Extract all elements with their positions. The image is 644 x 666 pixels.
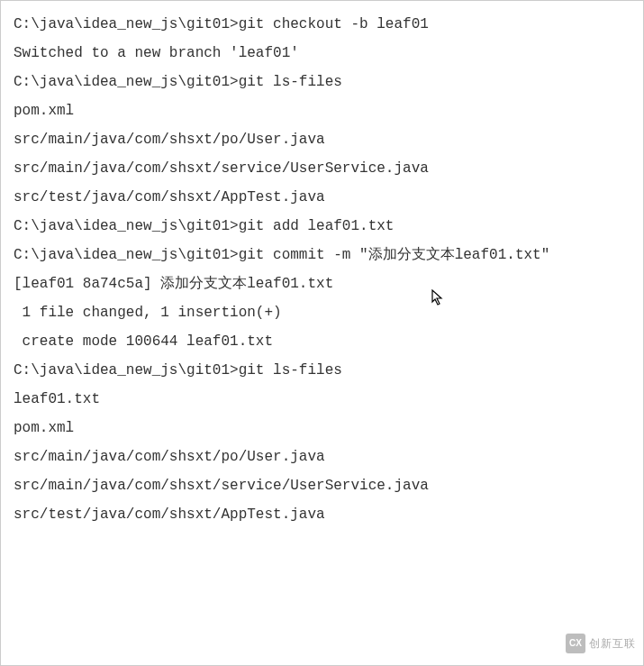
watermark: CX 创新互联 xyxy=(566,629,636,658)
terminal-line: src/main/java/com/shsxt/po/User.java xyxy=(14,125,630,154)
terminal-line: src/main/java/com/shsxt/service/UserServ… xyxy=(14,154,630,183)
terminal-line: 1 file changed, 1 insertion(+) xyxy=(14,298,630,327)
terminal-line: src/main/java/com/shsxt/service/UserServ… xyxy=(14,471,630,500)
terminal-line: C:\java\idea_new_js\git01>git commit -m … xyxy=(14,241,630,269)
terminal-line: pom.xml xyxy=(14,96,630,125)
terminal-line: pom.xml xyxy=(14,414,630,442)
terminal-line: C:\java\idea_new_js\git01>git ls-files xyxy=(14,68,630,96)
terminal-line: src/main/java/com/shsxt/po/User.java xyxy=(14,442,630,471)
terminal-line: src/test/java/com/shsxt/AppTest.java xyxy=(14,500,630,529)
terminal-line: leaf01.txt xyxy=(14,385,630,414)
terminal-line: Switched to a new branch 'leaf01' xyxy=(14,39,630,68)
watermark-text: 创新互联 xyxy=(589,629,636,658)
terminal-line: src/test/java/com/shsxt/AppTest.java xyxy=(14,183,630,212)
terminal-line: [leaf01 8a74c5a] 添加分支文本leaf01.txt xyxy=(14,269,630,298)
terminal-line: C:\java\idea_new_js\git01>git checkout -… xyxy=(14,10,630,39)
terminal-line: C:\java\idea_new_js\git01>git add leaf01… xyxy=(14,212,630,241)
watermark-logo-icon: CX xyxy=(566,634,585,653)
terminal-line: create mode 100644 leaf01.txt xyxy=(14,327,630,356)
terminal-line: C:\java\idea_new_js\git01>git ls-files xyxy=(14,356,630,385)
